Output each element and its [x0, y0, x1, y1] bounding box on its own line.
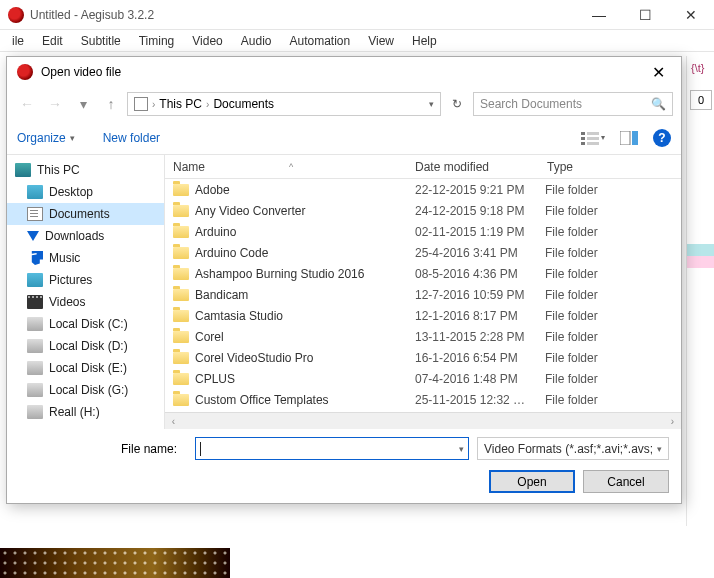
minimize-button[interactable]: — [576, 0, 622, 29]
music-icon [27, 251, 43, 265]
breadcrumb-sep-1: › [152, 99, 155, 110]
horizontal-scrollbar[interactable]: ‹ › [165, 412, 681, 429]
tree-item-downloads[interactable]: Downloads [7, 225, 164, 247]
breadcrumb-this-pc[interactable]: This PC [159, 97, 202, 111]
file-name: Arduino [195, 225, 236, 239]
file-row[interactable]: Ashampoo Burning Studio 201608-5-2016 4:… [165, 263, 681, 284]
scroll-right-button[interactable]: › [664, 413, 681, 429]
menu-edit[interactable]: Edit [34, 32, 71, 50]
tree-item-local-disk-d-[interactable]: Local Disk (D:) [7, 335, 164, 357]
file-type: File folder [545, 183, 681, 197]
breadcrumb[interactable]: › This PC › Documents ▾ [127, 92, 441, 116]
nav-recent-dropdown[interactable]: ▾ [71, 92, 95, 116]
view-mode-button[interactable]: ▾ [581, 129, 605, 147]
menu-timing[interactable]: Timing [131, 32, 183, 50]
menu-subtitle[interactable]: Subtitle [73, 32, 129, 50]
nav-forward-button[interactable]: → [43, 92, 67, 116]
file-row[interactable]: Corel VideoStudio Pro16-1-2016 6:54 PMFi… [165, 347, 681, 368]
tree-item-videos[interactable]: Videos [7, 291, 164, 313]
tree-item-music[interactable]: Music [7, 247, 164, 269]
menu-file[interactable]: ile [4, 32, 32, 50]
column-type[interactable]: Type [545, 160, 681, 174]
open-file-dialog: Open video file ✕ ← → ▾ ↑ › This PC › Do… [6, 56, 682, 504]
tree-item-local-disk-c-[interactable]: Local Disk (C:) [7, 313, 164, 335]
file-date: 12-7-2016 10:59 PM [415, 288, 545, 302]
menu-help[interactable]: Help [404, 32, 445, 50]
file-row[interactable]: CPLUS07-4-2016 1:48 PMFile folder [165, 368, 681, 389]
filename-input[interactable]: ▾ [195, 437, 469, 460]
dialog-app-icon [17, 64, 33, 80]
organize-button[interactable]: Organize ▾ [17, 131, 75, 145]
preview-pane-button[interactable] [617, 129, 641, 147]
window-controls: — ☐ ✕ [576, 0, 714, 29]
column-name[interactable]: Name ^ [165, 160, 415, 174]
svg-rect-3 [587, 137, 599, 140]
file-name: Custom Office Templates [195, 393, 329, 407]
svg-rect-0 [581, 132, 585, 135]
cancel-button[interactable]: Cancel [583, 470, 669, 493]
tree-item-this-pc[interactable]: This PC [7, 159, 164, 181]
folder-icon [173, 289, 189, 301]
menu-view[interactable]: View [360, 32, 402, 50]
disk-icon [27, 361, 43, 375]
search-input[interactable]: Search Documents 🔍 [473, 92, 673, 116]
tree-item-desktop[interactable]: Desktop [7, 181, 164, 203]
filter-combo-dropdown[interactable]: ▾ [657, 444, 662, 454]
file-row[interactable]: Arduino Code25-4-2016 3:41 PMFile folder [165, 242, 681, 263]
breadcrumb-documents[interactable]: Documents [213, 97, 274, 111]
file-date: 02-11-2015 1:19 PM [415, 225, 545, 239]
svg-rect-4 [581, 142, 585, 145]
tree-label: Music [49, 251, 80, 265]
menu-audio[interactable]: Audio [233, 32, 280, 50]
sort-indicator-icon: ^ [289, 162, 293, 172]
new-folder-button[interactable]: New folder [103, 131, 160, 145]
app-titlebar: Untitled - Aegisub 3.2.2 — ☐ ✕ [0, 0, 714, 30]
file-row[interactable]: Camtasia Studio12-1-2016 8:17 PMFile fol… [165, 305, 681, 326]
tree-label: Local Disk (E:) [49, 361, 127, 375]
tree-label: Reall (H:) [49, 405, 100, 419]
disk-icon [27, 339, 43, 353]
tree-item-documents[interactable]: Documents [7, 203, 164, 225]
tree-item-reall-h-[interactable]: Reall (H:) [7, 401, 164, 423]
file-type: File folder [545, 204, 681, 218]
nav-tree: This PCDesktopDocumentsDownloadsMusicPic… [7, 155, 165, 429]
layer-field[interactable]: 0 [690, 90, 712, 110]
file-row[interactable]: Arduino02-11-2015 1:19 PMFile folder [165, 221, 681, 242]
file-row[interactable]: Bandicam12-7-2016 10:59 PMFile folder [165, 284, 681, 305]
tree-item-pictures[interactable]: Pictures [7, 269, 164, 291]
vids-icon [27, 295, 43, 309]
nav-up-button[interactable]: ↑ [99, 92, 123, 116]
filename-combo-dropdown[interactable]: ▾ [459, 444, 464, 454]
file-row[interactable]: Custom Office Templates25-11-2015 12:32 … [165, 389, 681, 410]
file-filter-combo[interactable]: Video Formats (*.asf;*.avi;*.avs; ▾ [477, 437, 669, 460]
menu-video[interactable]: Video [184, 32, 230, 50]
nav-back-button[interactable]: ← [15, 92, 39, 116]
down-icon [27, 231, 39, 241]
menu-automation[interactable]: Automation [281, 32, 358, 50]
breadcrumb-dropdown[interactable]: ▾ [429, 99, 434, 109]
refresh-button[interactable]: ↻ [445, 92, 469, 116]
tree-item-local-disk-g-[interactable]: Local Disk (G:) [7, 379, 164, 401]
file-row[interactable]: Adobe22-12-2015 9:21 PMFile folder [165, 179, 681, 200]
dialog-close-button[interactable]: ✕ [646, 63, 671, 82]
svg-rect-5 [587, 142, 599, 145]
column-date[interactable]: Date modified [415, 160, 545, 174]
maximize-button[interactable]: ☐ [622, 0, 668, 29]
tree-label: Local Disk (D:) [49, 339, 128, 353]
file-row[interactable]: Any Video Converter24-12-2015 9:18 PMFil… [165, 200, 681, 221]
tree-label: Desktop [49, 185, 93, 199]
file-date: 07-4-2016 1:48 PM [415, 372, 545, 386]
folder-icon [173, 184, 189, 196]
file-row[interactable]: Corel13-11-2015 2:28 PMFile folder [165, 326, 681, 347]
help-button[interactable]: ? [653, 129, 671, 147]
file-type: File folder [545, 267, 681, 281]
tree-item-local-disk-e-[interactable]: Local Disk (E:) [7, 357, 164, 379]
timeline-bar-a [687, 244, 714, 256]
file-list: Adobe22-12-2015 9:21 PMFile folderAny Vi… [165, 179, 681, 412]
file-date: 25-11-2015 12:32 … [415, 393, 545, 407]
file-type: File folder [545, 330, 681, 344]
scroll-left-button[interactable]: ‹ [165, 413, 182, 429]
close-button[interactable]: ✕ [668, 0, 714, 29]
open-button[interactable]: Open [489, 470, 575, 493]
file-type: File folder [545, 246, 681, 260]
